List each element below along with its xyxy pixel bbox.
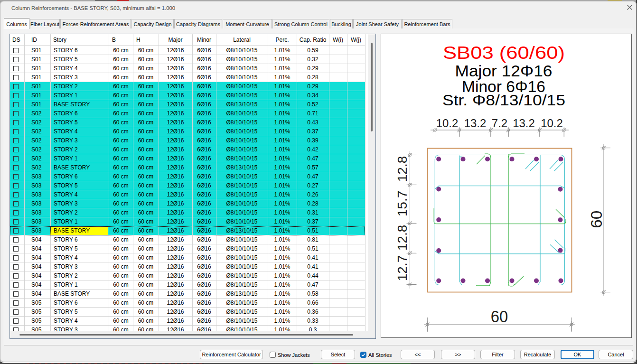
- svg-text:60: 60: [491, 307, 508, 326]
- svg-text:Str. Φ8/13/10/15: Str. Φ8/13/10/15: [442, 92, 565, 109]
- svg-text:10.2: 10.2: [541, 117, 563, 130]
- svg-text:7.2: 7.2: [492, 117, 507, 130]
- svg-text:12.7: 12.7: [395, 255, 410, 281]
- svg-text:SB03 (60/60): SB03 (60/60): [443, 43, 565, 63]
- svg-text:13.2: 13.2: [513, 117, 535, 130]
- svg-text:12.8: 12.8: [395, 225, 410, 251]
- svg-text:15.7: 15.7: [395, 191, 410, 217]
- svg-text:10.2: 10.2: [436, 117, 459, 130]
- svg-text:Major 12Φ16: Major 12Φ16: [455, 62, 553, 80]
- svg-text:12.8: 12.8: [395, 156, 410, 182]
- svg-text:13.2: 13.2: [464, 117, 487, 130]
- svg-text:60: 60: [588, 211, 606, 228]
